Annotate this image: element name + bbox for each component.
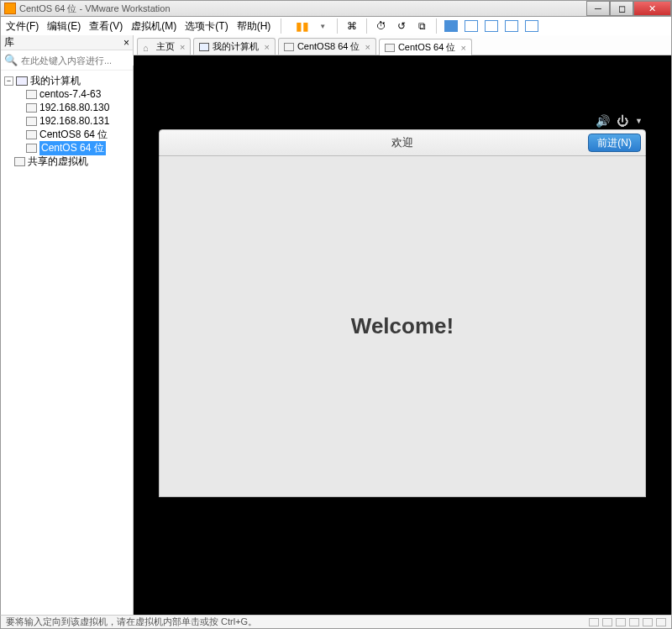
tree-root-label: 我的计算机 — [30, 74, 81, 88]
tab-home[interactable]: ⌂ 主页 × — [137, 38, 191, 55]
tab-close-icon[interactable]: × — [365, 42, 370, 52]
volume-icon[interactable]: 🔊 — [596, 114, 610, 128]
home-icon: ⌂ — [143, 43, 153, 51]
device-icon[interactable] — [629, 618, 639, 626]
tab-centos8[interactable]: CentOS8 64 位 × — [278, 38, 376, 55]
computer-icon — [199, 43, 209, 51]
computer-icon — [16, 76, 28, 86]
library-button[interactable] — [524, 18, 539, 34]
tab-centos-active[interactable]: CentOS 64 位 × — [379, 39, 472, 55]
sidebar-title: 库 — [4, 35, 14, 50]
vm-icon — [26, 117, 37, 126]
tab-my-computer[interactable]: 我的计算机 × — [193, 38, 275, 55]
send-ctrl-alt-del-button[interactable]: ⌘ — [344, 18, 360, 34]
menu-help[interactable]: 帮助(H) — [237, 19, 271, 34]
vm-icon — [26, 103, 37, 113]
tree-vm-item[interactable]: 192.168.80.130 — [3, 101, 131, 114]
device-icon[interactable] — [643, 618, 653, 626]
sidebar-close-icon[interactable]: × — [123, 37, 129, 49]
separator — [436, 18, 437, 34]
tree-vm-label: CentOS8 64 位 — [39, 128, 108, 142]
vm-console[interactable]: 🔊 ⏻ ▼ 欢迎 前进(N) Welcome! — [134, 55, 671, 615]
sidebar-search: 🔍 ▼ — [1, 50, 133, 71]
tree-vm-item[interactable]: centos-7.4-63 — [3, 87, 131, 101]
console-view-button[interactable] — [484, 18, 499, 34]
content-area: ⌂ 主页 × 我的计算机 × CentOS8 64 位 × CentOS 64 … — [134, 35, 671, 615]
separator — [337, 18, 338, 34]
guest-header-title: 欢迎 — [391, 135, 413, 150]
vm-icon — [284, 43, 294, 51]
tree-root-my-computer[interactable]: − 我的计算机 — [3, 74, 131, 87]
collapse-icon[interactable]: − — [4, 76, 13, 86]
vm-icon — [26, 130, 37, 139]
shared-icon — [14, 157, 25, 166]
revert-button[interactable]: ↺ — [394, 18, 409, 34]
unity-button[interactable] — [464, 18, 479, 34]
snapshot-manager-button[interactable]: ⧉ — [414, 18, 429, 34]
separator — [366, 18, 367, 34]
status-bar: 要将输入定向到该虚拟机，请在虚拟机内部单击或按 Ctrl+G。 — [0, 615, 672, 629]
thumbnail-button[interactable] — [504, 18, 519, 34]
menu-view[interactable]: 查看(V) — [89, 19, 123, 34]
device-icon[interactable] — [589, 618, 599, 626]
window-controls: ─ ◻ ✕ — [586, 1, 671, 16]
vm-icon — [26, 90, 37, 99]
menu-vm[interactable]: 虚拟机(M) — [131, 19, 176, 34]
snapshot-button[interactable]: ⏱ — [374, 18, 389, 34]
tab-close-icon[interactable]: × — [180, 42, 185, 52]
tree-vm-label: CentOS 64 位 — [39, 141, 106, 155]
toolbar: ▮▮ ▼ ⌘ ⏱ ↺ ⧉ — [295, 18, 539, 34]
status-device-icons — [589, 618, 666, 626]
vm-tree: − 我的计算机 centos-7.4-63 192.168.80.130 192… — [1, 71, 133, 615]
guest-body: Welcome! — [159, 156, 646, 497]
tab-label: CentOS 64 位 — [398, 41, 455, 54]
tab-close-icon[interactable]: × — [264, 42, 269, 52]
window-title: CentOS 64 位 - VMware Workstation — [19, 3, 171, 15]
device-icon[interactable] — [616, 618, 626, 626]
maximize-button[interactable]: ◻ — [610, 1, 633, 16]
main-area: 库 × 🔍 ▼ − 我的计算机 centos-7.4-63 192.168.80… — [0, 35, 672, 615]
menubar: 文件(F) 编辑(E) 查看(V) 虚拟机(M) 选项卡(T) 帮助(H) ▮▮… — [0, 17, 672, 35]
search-input[interactable] — [21, 55, 137, 66]
tree-shared-vms[interactable]: 共享的虚拟机 — [3, 155, 131, 168]
menu-edit[interactable]: 编辑(E) — [47, 19, 81, 34]
fullscreen-button[interactable] — [444, 18, 459, 34]
tree-shared-label: 共享的虚拟机 — [28, 155, 88, 169]
tab-label: CentOS8 64 位 — [297, 40, 360, 53]
tree-vm-label: 192.168.80.131 — [39, 115, 109, 127]
minimize-button[interactable]: ─ — [586, 1, 610, 16]
tree-vm-label: centos-7.4-63 — [39, 88, 101, 100]
tab-close-icon[interactable]: × — [460, 43, 465, 53]
pause-button[interactable]: ▮▮ — [295, 18, 310, 34]
tab-label: 我的计算机 — [213, 40, 259, 53]
next-button[interactable]: 前进(N) — [588, 134, 641, 152]
window-titlebar: CentOS 64 位 - VMware Workstation ─ ◻ ✕ — [0, 0, 672, 17]
guest-screen: 🔊 ⏻ ▼ 欢迎 前进(N) Welcome! — [159, 129, 646, 549]
welcome-heading: Welcome! — [351, 313, 454, 339]
tree-vm-label: 192.168.80.130 — [39, 102, 109, 113]
menu-file[interactable]: 文件(F) — [6, 19, 39, 34]
vm-icon — [26, 144, 37, 153]
status-text: 要将输入定向到该虚拟机，请在虚拟机内部单击或按 Ctrl+G。 — [6, 616, 257, 628]
tree-vm-item-selected[interactable]: CentOS 64 位 — [3, 141, 131, 155]
tab-bar: ⌂ 主页 × 我的计算机 × CentOS8 64 位 × CentOS 64 … — [134, 35, 671, 55]
separator — [281, 18, 281, 34]
device-icon[interactable] — [602, 618, 612, 626]
sidebar: 库 × 🔍 ▼ − 我的计算机 centos-7.4-63 192.168.80… — [1, 35, 134, 615]
next-button-label: 前进(N) — [597, 136, 632, 150]
search-icon: 🔍 — [4, 54, 18, 66]
app-icon — [4, 3, 16, 14]
close-button[interactable]: ✕ — [633, 1, 671, 16]
guest-header-bar: 欢迎 前进(N) — [159, 129, 646, 156]
power-menu-dropdown[interactable]: ▼ — [315, 18, 330, 34]
menu-tabs[interactable]: 选项卡(T) — [185, 19, 228, 34]
tab-label: 主页 — [156, 40, 175, 53]
power-icon[interactable]: ⏻ — [617, 114, 628, 128]
guest-system-tray: 🔊 ⏻ ▼ — [596, 114, 643, 128]
chevron-down-icon[interactable]: ▼ — [635, 117, 643, 125]
vm-icon — [385, 44, 395, 52]
device-icon[interactable] — [656, 618, 666, 626]
tree-vm-item[interactable]: CentOS8 64 位 — [3, 128, 131, 141]
sidebar-header: 库 × — [1, 35, 133, 50]
tree-vm-item[interactable]: 192.168.80.131 — [3, 114, 131, 128]
